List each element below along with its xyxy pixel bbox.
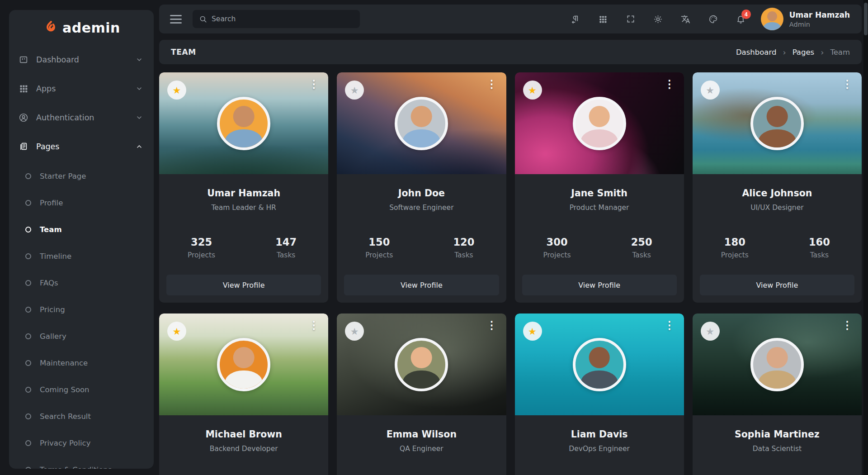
circle-bullet-icon xyxy=(25,307,31,313)
sidebar-item-dashboard[interactable]: Dashboard xyxy=(9,45,154,74)
member-avatar xyxy=(573,338,626,391)
card-cover-image: ★ ⋮ xyxy=(159,314,328,415)
projects-label: Projects xyxy=(337,251,421,259)
sidebar-subitem-pricing[interactable]: Pricing xyxy=(9,296,154,323)
scrollbar-thumb[interactable] xyxy=(864,3,868,35)
team-card-grid: ★ ⋮ Umar Hamzah Team Leader & HR 325Proj… xyxy=(159,72,862,475)
sidebar-item-authentication[interactable]: Authentication xyxy=(9,103,154,132)
sidebar-subitem-faqs[interactable]: FAQs xyxy=(9,270,154,296)
star-icon: ★ xyxy=(706,86,714,95)
view-profile-button[interactable]: View Profile xyxy=(522,275,677,295)
sidebar-item-pages[interactable]: Pages xyxy=(9,132,154,161)
subitem-label: Terms & Conditions xyxy=(40,466,112,469)
breadcrumb-item-pages[interactable]: Pages xyxy=(793,48,815,57)
flame-logo-icon xyxy=(42,20,58,35)
theme-customizer-palette-icon[interactable] xyxy=(708,14,719,24)
member-stats: 300Projects 250Tasks xyxy=(515,236,684,259)
user-menu[interactable]: Umar Hamzah Admin xyxy=(761,8,850,30)
sidebar-subitem-starter-page[interactable]: Starter Page xyxy=(9,163,154,190)
card-menu-button[interactable]: ⋮ xyxy=(482,317,502,333)
sidebar: ademin Dashboard Apps Authenticat xyxy=(9,10,154,469)
subitem-label: Search Result xyxy=(40,412,91,421)
card-cover-image: ★ ⋮ xyxy=(159,72,328,174)
tasks-count: 250 xyxy=(599,236,684,248)
tasks-label: Tasks xyxy=(421,251,506,259)
team-member-card: ★ ⋮ Michael Brown Backend Developer Proj… xyxy=(159,314,328,475)
projects-label: Projects xyxy=(159,251,244,259)
member-name: Michael Brown xyxy=(159,429,328,440)
circle-bullet-icon xyxy=(25,413,31,419)
sidebar-subitem-timeline[interactable]: Timeline xyxy=(9,243,154,270)
star-icon: ★ xyxy=(350,327,359,336)
sidebar-item-label: Pages xyxy=(36,142,136,151)
sidebar-subitem-search-result[interactable]: Search Result xyxy=(9,403,154,430)
favorite-star-button[interactable]: ★ xyxy=(167,322,186,341)
sidebar-subitem-gallery[interactable]: Gallery xyxy=(9,323,154,350)
view-profile-button[interactable]: View Profile xyxy=(344,275,499,295)
projects-label: Projects xyxy=(693,251,777,259)
member-name: Jane Smith xyxy=(515,188,684,199)
favorite-star-button[interactable]: ★ xyxy=(345,322,364,341)
circle-bullet-icon xyxy=(25,440,31,446)
menu-toggle-button[interactable] xyxy=(170,15,182,24)
view-profile-button[interactable]: View Profile xyxy=(700,275,854,295)
team-member-card: ★ ⋮ Alice Johnson UI/UX Designer 180Proj… xyxy=(693,72,862,303)
circle-bullet-icon xyxy=(25,467,31,469)
user-meta: Umar Hamzah Admin xyxy=(789,10,850,28)
team-member-card: ★ ⋮ Jane Smith Product Manager 300Projec… xyxy=(515,72,684,303)
breadcrumb-bar: TEAM Dashboard › Pages › Team xyxy=(159,40,862,64)
sidebar-subitem-coming-soon[interactable]: Coming Soon xyxy=(9,376,154,403)
member-name: Liam Davis xyxy=(515,429,684,440)
projects-count: 300 xyxy=(515,236,599,248)
notifications-bell-icon[interactable]: 4 xyxy=(736,14,746,24)
favorite-star-button[interactable]: ★ xyxy=(523,322,542,341)
favorite-star-button[interactable]: ★ xyxy=(167,81,186,100)
tasks-count: 160 xyxy=(777,236,862,248)
brand-logo[interactable]: ademin xyxy=(9,14,154,41)
card-menu-button[interactable]: ⋮ xyxy=(304,317,324,333)
sidebar-subitem-privacy-policy[interactable]: Privacy Policy xyxy=(9,430,154,456)
notification-badge: 4 xyxy=(741,10,751,19)
sidebar-subitem-team[interactable]: Team xyxy=(9,216,154,243)
theme-light-icon[interactable] xyxy=(653,14,664,24)
tasks-label: Tasks xyxy=(244,251,328,259)
user-circle-icon xyxy=(18,112,29,123)
sidebar-subitem-terms-conditions[interactable]: Terms & Conditions xyxy=(9,456,154,469)
card-menu-button[interactable]: ⋮ xyxy=(837,76,857,92)
favorite-star-button[interactable]: ★ xyxy=(701,81,720,100)
member-avatar xyxy=(217,338,270,391)
user-avatar xyxy=(761,8,783,30)
card-menu-button[interactable]: ⋮ xyxy=(660,317,679,333)
top-navbar: 4 Umar Hamzah Admin xyxy=(159,5,862,33)
card-menu-button[interactable]: ⋮ xyxy=(660,76,679,92)
text-direction-icon[interactable] xyxy=(570,14,581,24)
sidebar-subitem-profile[interactable]: Profile xyxy=(9,190,154,216)
favorite-star-button[interactable]: ★ xyxy=(345,81,364,100)
apps-grid-icon[interactable] xyxy=(598,14,609,24)
member-name: Umar Hamzah xyxy=(159,188,328,199)
breadcrumb-item-team: Team xyxy=(830,48,850,57)
fullscreen-icon[interactable] xyxy=(625,14,636,24)
card-cover-image: ★ ⋮ xyxy=(337,314,506,415)
circle-bullet-icon xyxy=(25,173,31,179)
dashboard-icon xyxy=(18,54,29,65)
card-menu-button[interactable]: ⋮ xyxy=(482,76,502,92)
subitem-label: Gallery xyxy=(40,332,66,341)
circle-bullet-icon xyxy=(25,200,31,206)
favorite-star-button[interactable]: ★ xyxy=(523,81,542,100)
card-menu-button[interactable]: ⋮ xyxy=(304,76,324,92)
vertical-scrollbar[interactable] xyxy=(863,0,868,475)
card-menu-button[interactable]: ⋮ xyxy=(837,317,857,333)
sidebar-item-apps[interactable]: Apps xyxy=(9,74,154,103)
view-profile-button[interactable]: View Profile xyxy=(166,275,321,295)
search-input[interactable] xyxy=(212,15,354,23)
tasks-count: 147 xyxy=(244,236,328,248)
breadcrumb-item-dashboard[interactable]: Dashboard xyxy=(736,48,777,57)
sidebar-subitem-maintenance[interactable]: Maintenance xyxy=(9,350,154,376)
subitem-label: Pricing xyxy=(40,305,65,314)
language-icon[interactable] xyxy=(680,14,691,24)
star-icon: ★ xyxy=(706,327,714,336)
favorite-star-button[interactable]: ★ xyxy=(701,322,720,341)
subitem-label: Starter Page xyxy=(40,172,86,180)
user-role: Admin xyxy=(789,21,850,28)
